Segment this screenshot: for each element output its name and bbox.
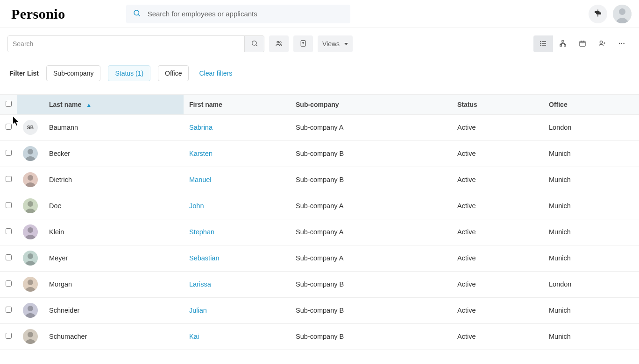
employee-link[interactable]: Karsten [189, 150, 213, 157]
svg-marker-4 [596, 13, 601, 15]
svg-point-9 [277, 41, 279, 43]
filter-status[interactable]: Status (1) [108, 65, 150, 81]
row-avatar [23, 303, 38, 318]
cell-office: Munich [543, 245, 639, 271]
cell-office: Munich [543, 167, 639, 193]
col-sub-company[interactable]: Sub-company [290, 95, 452, 114]
list-search-group [7, 35, 264, 52]
col-last-name[interactable]: Last name ▲ [43, 95, 184, 114]
svg-point-37 [28, 306, 33, 311]
export-button[interactable] [293, 35, 313, 52]
add-employee-button[interactable] [592, 35, 612, 52]
cell-status: Active [452, 114, 543, 140]
view-calendar-button[interactable] [573, 35, 592, 52]
signpost-button[interactable] [589, 5, 607, 23]
table-row[interactable]: BeckerKarstenSub-company BActiveMunich [0, 140, 639, 167]
filter-subcompany-label: Sub-company [53, 70, 93, 77]
row-avatar [23, 251, 38, 266]
more-button[interactable] [612, 35, 632, 52]
cell-last-name: Schumacher [43, 323, 184, 350]
svg-point-6 [619, 8, 625, 15]
employee-link[interactable]: Sebastian [189, 254, 220, 262]
svg-point-28 [619, 42, 620, 43]
filter-office[interactable]: Office [158, 65, 189, 81]
svg-rect-21 [580, 41, 585, 46]
cell-sub-company: Sub-company B [290, 297, 452, 323]
row-checkbox[interactable] [6, 254, 12, 260]
employee-link[interactable]: Larissa [189, 280, 211, 288]
row-checkbox[interactable] [6, 280, 12, 287]
col-sub-company-label: Sub-company [296, 101, 339, 108]
cell-last-name: Becker [43, 140, 184, 167]
logo[interactable]: Personio [11, 6, 65, 22]
col-first-name-label: First name [189, 101, 222, 108]
row-checkbox[interactable] [6, 307, 12, 313]
table-row[interactable]: DoeJohnSub-company AActiveMunich [0, 193, 639, 219]
row-checkbox[interactable] [6, 176, 12, 182]
views-dropdown[interactable]: Views [318, 35, 353, 52]
row-checkbox[interactable] [6, 333, 12, 339]
user-avatar[interactable] [613, 5, 632, 23]
table-row[interactable]: SchneiderJulianSub-company BActiveMunich [0, 297, 639, 323]
view-org-button[interactable] [553, 35, 573, 52]
cell-office: London [543, 271, 639, 297]
global-search-input[interactable] [148, 10, 344, 18]
svg-rect-19 [560, 44, 561, 46]
svg-rect-20 [564, 44, 566, 46]
table-row[interactable]: DietrichManuelSub-company BActiveMunich [0, 167, 639, 193]
list-search-input[interactable] [8, 36, 244, 52]
svg-point-10 [280, 42, 281, 43]
table-row[interactable]: KleinStephanSub-company AActiveMunich [0, 219, 639, 245]
table-row[interactable]: SchumacherKaiSub-company BActiveMunich [0, 323, 639, 350]
cell-sub-company: Sub-company A [290, 245, 452, 271]
cell-status: Active [452, 245, 543, 271]
global-search[interactable] [126, 5, 350, 23]
table-row[interactable]: MorganLarissaSub-company BActiveLondon [0, 271, 639, 297]
row-checkbox[interactable] [6, 124, 12, 130]
row-checkbox[interactable] [6, 202, 12, 208]
employee-table-wrap: Last name ▲ First name Sub-company Statu… [0, 94, 639, 350]
svg-point-7 [252, 41, 256, 45]
row-checkbox[interactable] [6, 228, 12, 234]
svg-line-1 [138, 14, 140, 16]
cell-last-name: Klein [43, 219, 184, 245]
employee-link[interactable]: Manuel [189, 176, 212, 183]
filter-subcompany[interactable]: Sub-company [46, 65, 100, 81]
employee-link[interactable]: Stephan [189, 228, 214, 236]
cell-office: Munich [543, 140, 639, 167]
table-row[interactable]: MeyerSebastianSub-company AActiveMunich [0, 245, 639, 271]
employee-link[interactable]: John [189, 202, 204, 210]
list-search-button[interactable] [244, 36, 264, 52]
select-all-checkbox[interactable] [6, 101, 12, 107]
table-row[interactable]: SBBaumannSabrinaSub-company AActiveLondo… [0, 114, 639, 140]
chevron-down-icon [344, 43, 348, 45]
filter-status-label: Status (1) [115, 70, 143, 77]
row-avatar [23, 172, 38, 187]
col-office-label: Office [549, 101, 568, 108]
employee-link[interactable]: Sabrina [189, 124, 213, 131]
clear-filters-link[interactable]: Clear filters [199, 70, 232, 77]
employee-link[interactable]: Julian [189, 307, 207, 314]
svg-point-32 [28, 175, 33, 181]
row-avatar: SB [23, 120, 38, 135]
cell-last-name: Dietrich [43, 167, 184, 193]
col-status[interactable]: Status [452, 95, 543, 114]
col-first-name[interactable]: First name [184, 95, 290, 114]
cell-status: Active [452, 193, 543, 219]
toolbar: Views [0, 28, 639, 60]
row-avatar [23, 198, 38, 213]
col-office[interactable]: Office [543, 95, 639, 114]
cell-sub-company: Sub-company A [290, 193, 452, 219]
cell-office: London [543, 114, 639, 140]
employee-link[interactable]: Kai [189, 333, 199, 340]
cell-sub-company: Sub-company B [290, 271, 452, 297]
sort-asc-icon: ▲ [86, 102, 92, 108]
row-checkbox[interactable] [6, 150, 12, 156]
group-button[interactable] [269, 35, 289, 52]
svg-point-15 [540, 41, 541, 42]
signpost-icon [594, 9, 602, 19]
col-status-label: Status [457, 101, 477, 108]
top-header: Personio [0, 0, 639, 28]
view-list-button[interactable] [533, 35, 553, 52]
svg-rect-18 [562, 41, 564, 42]
